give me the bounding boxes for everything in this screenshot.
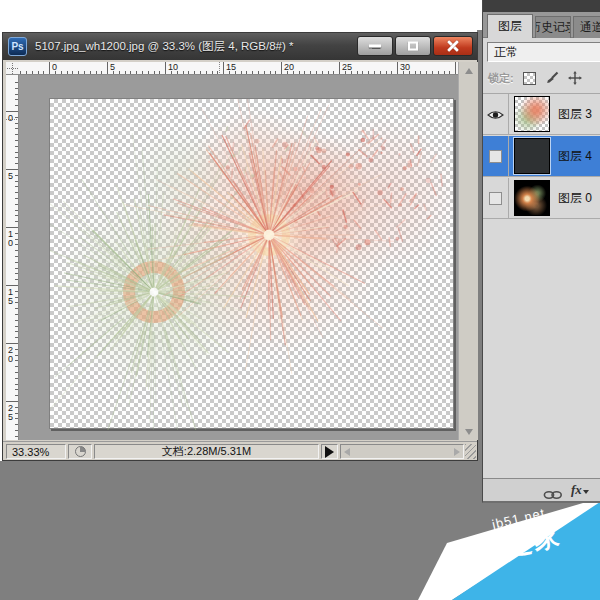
fx-icon: fx xyxy=(571,482,582,497)
vertical-scrollbar[interactable] xyxy=(458,62,478,440)
ruler-origin-box[interactable] xyxy=(6,62,20,75)
flyout-arrow-icon xyxy=(325,446,334,458)
layer-name[interactable]: 图层 3 xyxy=(558,94,592,135)
lock-pixels-button[interactable] xyxy=(545,71,559,85)
layers-panel: 图层 历史记录 通道 正常 锁定: xyxy=(482,0,600,503)
layer-row-0[interactable]: 图层 0 xyxy=(483,178,600,219)
layer-effects-button[interactable]: fx xyxy=(571,482,589,498)
layer-name[interactable]: 图层 0 xyxy=(558,178,592,219)
status-bar: 33.33% 文档:2.28M/5.31M xyxy=(3,441,477,460)
visibility-toggle[interactable] xyxy=(483,178,509,219)
status-flyout-button[interactable] xyxy=(321,444,338,459)
photoshop-app-icon: Ps xyxy=(8,37,27,56)
scroll-left-icon[interactable] xyxy=(344,448,350,456)
screen: jb51.net 脚本之家 Ps 5107.jpg_wh1200.jpg @ 3… xyxy=(0,0,600,600)
panel-header-strip xyxy=(483,0,600,12)
canvas[interactable] xyxy=(49,98,454,429)
arrow-up-icon xyxy=(465,68,473,74)
minimize-button[interactable] xyxy=(357,36,393,56)
scroll-right-icon[interactable] xyxy=(454,448,460,456)
visibility-toggle[interactable] xyxy=(483,94,509,135)
minimize-icon xyxy=(369,45,381,48)
titlebar[interactable]: Ps 5107.jpg_wh1200.jpg @ 33.3% (图层 4, RG… xyxy=(3,33,477,60)
link-layers-button[interactable] xyxy=(543,486,563,503)
close-button[interactable] xyxy=(433,36,473,56)
checker-lock-icon xyxy=(523,72,536,85)
document-window: Ps 5107.jpg_wh1200.jpg @ 33.3% (图层 4, RG… xyxy=(2,32,478,461)
lock-row: 锁定: xyxy=(483,64,600,92)
layer-thumbnail[interactable] xyxy=(514,138,550,174)
panel-footer: fx xyxy=(483,478,600,501)
tab-history[interactable]: 历史记录 xyxy=(535,16,571,38)
horizontal-scrollbar[interactable] xyxy=(340,444,464,459)
restore-icon xyxy=(408,42,418,51)
scroll-up-button[interactable] xyxy=(461,63,477,78)
layer-row-3[interactable]: 图层 3 xyxy=(483,94,600,135)
eye-icon xyxy=(487,109,504,121)
link-icon xyxy=(543,490,563,500)
panel-tab-row: 图层 历史记录 通道 xyxy=(483,12,600,38)
window-title: 5107.jpg_wh1200.jpg @ 33.3% (图层 4, RGB/8… xyxy=(35,39,293,54)
zoom-level-field[interactable]: 33.33% xyxy=(6,444,66,459)
lock-position-button[interactable] xyxy=(568,71,582,85)
horizontal-ruler[interactable]: 05101520253035 xyxy=(19,62,458,75)
cursor-position-marker xyxy=(219,62,220,75)
tab-channels[interactable]: 通道 xyxy=(573,16,600,38)
move-lock-icon xyxy=(568,71,582,85)
brush-lock-icon xyxy=(545,71,559,85)
vertical-ruler[interactable]: 0510152025 xyxy=(6,75,19,440)
document-size-field[interactable]: 文档:2.28M/5.31M xyxy=(94,444,319,459)
visibility-toggle[interactable] xyxy=(483,136,509,177)
arrow-down-icon xyxy=(465,429,473,435)
layer-thumbnail[interactable] xyxy=(514,180,550,216)
fireworks-image xyxy=(50,99,455,430)
scroll-down-button[interactable] xyxy=(461,424,477,439)
timer-icon xyxy=(75,446,86,457)
layer-row-4-selected[interactable]: 图层 4 xyxy=(483,136,600,177)
layer-name[interactable]: 图层 4 xyxy=(558,136,592,177)
tab-layers[interactable]: 图层 xyxy=(487,14,533,38)
window-resize-grip[interactable] xyxy=(465,444,476,459)
timing-button[interactable] xyxy=(68,444,92,459)
blend-mode-select[interactable]: 正常 xyxy=(487,42,600,62)
workspace[interactable] xyxy=(19,75,458,440)
eye-off-box xyxy=(489,150,502,163)
restore-button[interactable] xyxy=(395,36,431,56)
lock-transparency-button[interactable] xyxy=(523,72,536,85)
lock-label: 锁定: xyxy=(488,71,514,86)
eye-off-box xyxy=(489,192,502,205)
layer-thumbnail[interactable] xyxy=(514,96,550,132)
